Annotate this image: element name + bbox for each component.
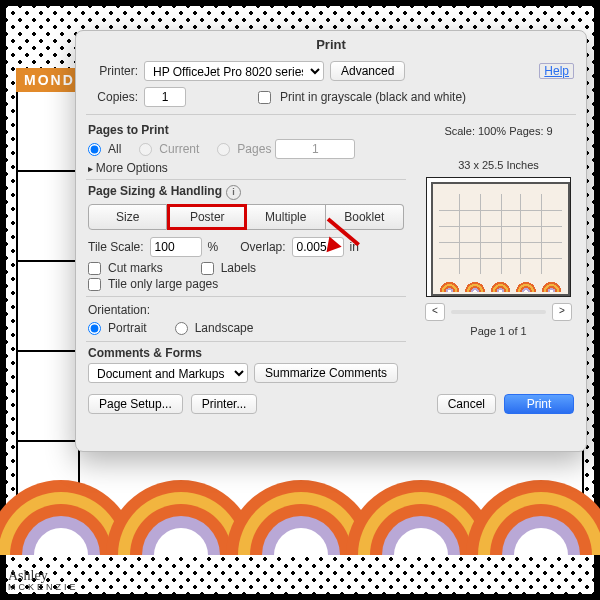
- pages-input[interactable]: [275, 139, 355, 159]
- sizing-segmented-control: Size Poster Multiple Booklet: [76, 200, 416, 234]
- preview-dims: 33 x 25.5 Inches: [421, 159, 576, 171]
- tile-only-checkbox[interactable]: [88, 278, 101, 291]
- sizing-title: Page Sizing & Handlingi: [76, 184, 416, 200]
- print-dialog: Print Printer: HP OfficeJet Pro 8020 ser…: [75, 30, 587, 452]
- seg-size[interactable]: Size: [88, 204, 167, 230]
- overlap-label: Overlap:: [240, 240, 285, 254]
- more-options-disclosure[interactable]: More Options: [76, 161, 416, 175]
- printer-select[interactable]: HP OfficeJet Pro 8020 series: [144, 61, 324, 81]
- printer-settings-button[interactable]: Printer...: [191, 394, 258, 414]
- comments-title: Comments & Forms: [76, 346, 416, 360]
- watermark: Ashley MCKENZIE: [8, 569, 79, 592]
- page-slider[interactable]: [451, 310, 546, 314]
- portrait-radio[interactable]: [88, 322, 101, 335]
- landscape-radio[interactable]: [175, 322, 188, 335]
- grayscale-checkbox[interactable]: [258, 91, 271, 104]
- pages-radio[interactable]: [217, 143, 230, 156]
- summarize-button[interactable]: Summarize Comments: [254, 363, 398, 383]
- pages-to-print-title: Pages to Print: [76, 123, 416, 137]
- labels-checkbox[interactable]: [201, 262, 214, 275]
- printer-label: Printer:: [88, 64, 138, 78]
- copies-input[interactable]: [144, 87, 186, 107]
- tile-scale-label: Tile Scale:: [88, 240, 144, 254]
- grayscale-label: Print in grayscale (black and white): [280, 90, 466, 104]
- current-radio[interactable]: [139, 143, 152, 156]
- page-setup-button[interactable]: Page Setup...: [88, 394, 183, 414]
- overlap-input[interactable]: [292, 237, 344, 257]
- rainbow-border: [0, 480, 600, 590]
- seg-booklet[interactable]: Booklet: [326, 204, 404, 230]
- next-page-button[interactable]: >: [552, 303, 572, 321]
- prev-page-button[interactable]: <: [425, 303, 445, 321]
- copies-label: Copies:: [88, 90, 138, 104]
- seg-poster[interactable]: Poster: [167, 204, 247, 230]
- dialog-title: Print: [76, 31, 586, 58]
- orientation-label: Orientation:: [88, 303, 150, 317]
- advanced-button[interactable]: Advanced: [330, 61, 405, 81]
- scale-pages-text: Scale: 100% Pages: 9: [421, 125, 576, 137]
- tile-scale-input[interactable]: [150, 237, 202, 257]
- seg-multiple[interactable]: Multiple: [247, 204, 325, 230]
- print-preview: [426, 177, 571, 297]
- help-link[interactable]: Help: [539, 63, 574, 79]
- cancel-button[interactable]: Cancel: [437, 394, 496, 414]
- page-indicator: Page 1 of 1: [421, 325, 576, 337]
- cut-marks-checkbox[interactable]: [88, 262, 101, 275]
- all-radio[interactable]: [88, 143, 101, 156]
- info-icon[interactable]: i: [226, 185, 241, 200]
- comments-select[interactable]: Document and Markups: [88, 363, 248, 383]
- print-button[interactable]: Print: [504, 394, 574, 414]
